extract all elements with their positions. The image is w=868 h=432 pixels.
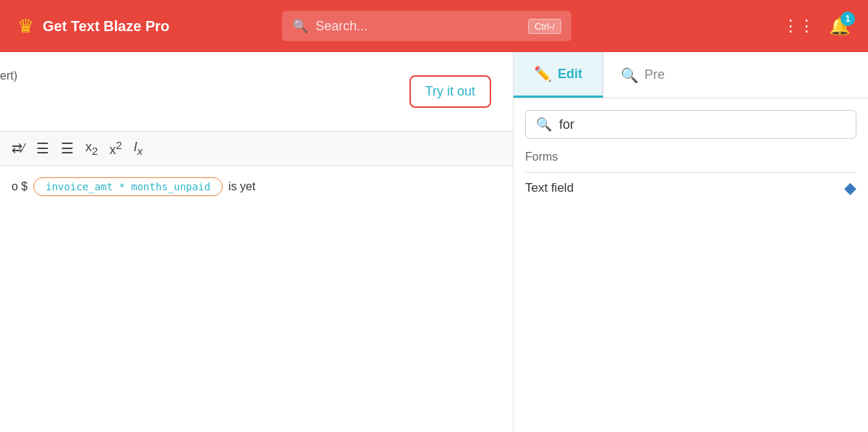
- notification-count: 1: [841, 12, 855, 26]
- subscript-button[interactable]: x2: [85, 140, 98, 157]
- notifications-button[interactable]: 🔔 1: [829, 16, 851, 36]
- ordered-list-button[interactable]: ☰: [36, 140, 49, 157]
- ert-label: ert): [0, 69, 17, 82]
- tab-edit-label: Edit: [558, 67, 582, 82]
- header: ♛ Get Text Blaze Pro 🔍 Search... Ctrl-/ …: [0, 0, 868, 52]
- try-it-out-button[interactable]: Try it out: [425, 84, 475, 99]
- try-it-area: ert) Try it out: [0, 52, 513, 132]
- tab-edit[interactable]: ✏️ Edit: [514, 52, 603, 98]
- formula-chip: invoice_amt * months_unpaid: [33, 177, 223, 196]
- crown-icon: ♛: [17, 15, 34, 38]
- brand: ♛ Get Text Blaze Pro: [17, 15, 169, 38]
- editor-toolbar: ⇄⁄ ☰ ☰ x2 x2 Ix: [0, 132, 513, 166]
- search-placeholder: Search...: [315, 19, 521, 34]
- right-panel: ✏️ Edit 🔍 Pre 🔍 for Forms Text field ◆: [514, 52, 868, 432]
- suffix-text: is yet: [229, 180, 255, 193]
- list-item: Text field ◆: [525, 172, 856, 203]
- forms-search-text: for: [559, 117, 574, 132]
- ordered-list-icon[interactable]: ⇄⁄: [12, 140, 25, 156]
- edit-icon: ✏️: [534, 65, 552, 82]
- search-bar-header[interactable]: 🔍 Search... Ctrl-/: [282, 11, 571, 41]
- header-right: ⋮⋮ 🔔 1: [783, 16, 851, 36]
- forms-search-icon: 🔍: [536, 117, 552, 132]
- search-icon: 🔍: [292, 18, 308, 34]
- header-title: Get Text Blaze Pro: [43, 18, 169, 35]
- preview-icon: 🔍: [621, 67, 639, 84]
- forms-label: Forms: [525, 151, 856, 164]
- form-item-name: Text field: [525, 181, 574, 195]
- formula-line: o $ invoice_amt * months_unpaid is yet: [12, 177, 501, 196]
- shield-icon: ◆: [844, 179, 856, 198]
- shortcut-badge: Ctrl-/: [528, 19, 561, 34]
- superscript-button[interactable]: x2: [109, 139, 122, 158]
- try-it-box: Try it out: [409, 75, 491, 108]
- forms-search-bar[interactable]: 🔍 for: [525, 110, 856, 139]
- clear-format-button[interactable]: Ix: [134, 140, 143, 157]
- tab-preview-label: Pre: [644, 67, 665, 82]
- prefix-text: o $: [12, 180, 27, 193]
- editor-area: o $ invoice_amt * months_unpaid is yet: [0, 166, 513, 432]
- grid-icon[interactable]: ⋮⋮: [783, 17, 814, 35]
- left-panel: ert) Try it out ⇄⁄ ☰ ☰ x2 x2 Ix o $ invo…: [0, 52, 514, 432]
- tabs-row: ✏️ Edit 🔍 Pre: [514, 52, 868, 98]
- main-content: ert) Try it out ⇄⁄ ☰ ☰ x2 x2 Ix o $ invo…: [0, 52, 868, 432]
- forms-section: Forms Text field ◆: [514, 151, 868, 203]
- unordered-list-button[interactable]: ☰: [61, 140, 74, 157]
- tab-preview[interactable]: 🔍 Pre: [603, 52, 682, 98]
